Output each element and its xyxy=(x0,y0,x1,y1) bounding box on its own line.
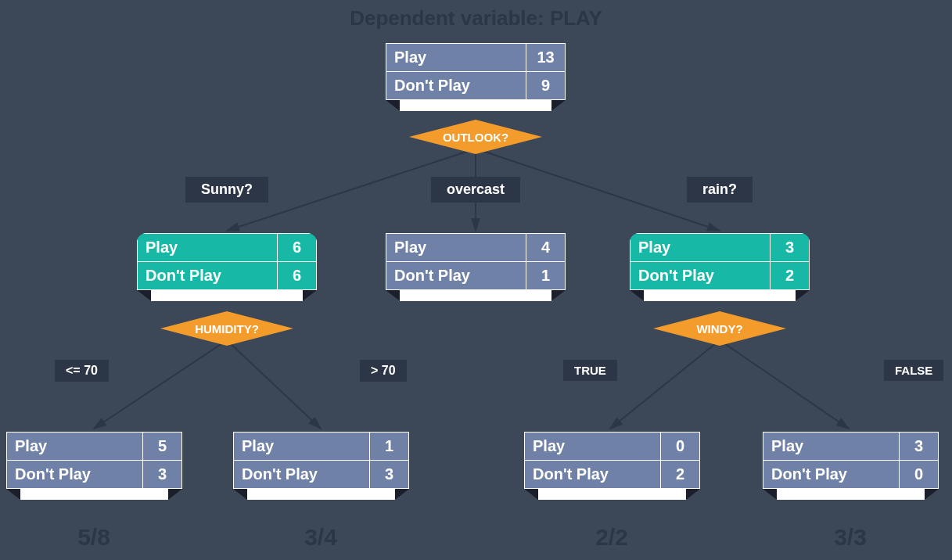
branch-false: FALSE xyxy=(884,360,943,381)
branch-le70: <= 70 xyxy=(55,360,109,382)
ratio-3: 2/2 xyxy=(595,524,628,551)
overcast-node: Play4 Don't Play1 xyxy=(386,233,566,301)
branch-gt70: > 70 xyxy=(360,360,407,382)
branch-true: TRUE xyxy=(563,360,617,381)
diagram-title: Dependent variable: PLAY xyxy=(0,6,952,31)
humidity-decision: HUMIDITY? xyxy=(160,311,293,346)
true-leaf: Play0 Don't Play2 xyxy=(524,432,700,500)
ratio-1: 5/8 xyxy=(77,524,110,551)
gt70-leaf: Play1 Don't Play3 xyxy=(233,432,409,500)
svg-line-3 xyxy=(94,340,227,429)
windy-decision: WINDY? xyxy=(653,311,786,346)
ratio-4: 3/3 xyxy=(834,524,867,551)
branch-sunny: Sunny? xyxy=(185,177,268,203)
root-node: Play13 Don't Play9 xyxy=(386,43,566,111)
branch-rain: rain? xyxy=(687,177,753,203)
svg-line-4 xyxy=(227,340,321,429)
sunny-node: Play6 Don't Play6 xyxy=(137,233,317,301)
ratio-2: 3/4 xyxy=(304,524,337,551)
outlook-decision: OUTLOOK? xyxy=(409,120,542,154)
branch-overcast: overcast xyxy=(431,177,520,203)
svg-line-6 xyxy=(720,340,849,429)
le70-leaf: Play5 Don't Play3 xyxy=(6,432,182,500)
rain-node: Play3 Don't Play2 xyxy=(630,233,810,301)
svg-line-5 xyxy=(610,340,720,429)
false-leaf: Play3 Don't Play0 xyxy=(763,432,939,500)
